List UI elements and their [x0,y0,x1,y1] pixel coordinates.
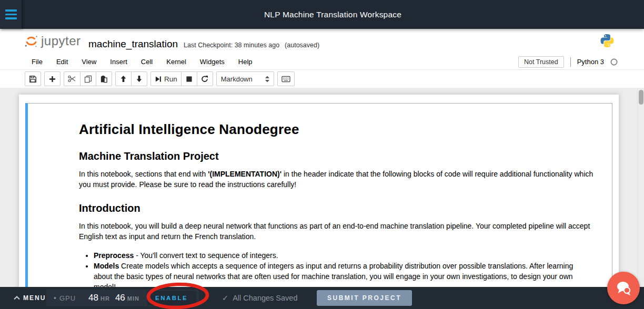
move-cell-up-button[interactable] [115,71,132,86]
workspace-bottom-bar: MENU • GPU 48 HR 46 MIN ENABLE ✓ All Cha… [0,287,644,309]
scrollbar-thumb[interactable] [639,90,643,105]
python-logo-icon [600,33,615,49]
jupyter-logo-text: jupyter [41,34,81,48]
gpu-hours-unit: HR [100,295,110,302]
save-status-label: All Changes Saved [233,294,297,302]
cut-cell-button[interactable] [64,71,80,86]
paste-cell-button[interactable] [96,71,112,86]
add-cell-button[interactable] [44,71,61,86]
copy-cell-button[interactable] [80,71,96,86]
gpu-minutes-unit: MIN [127,295,139,302]
selected-markdown-cell[interactable]: Artificial Intelligence Nanodegree Machi… [25,103,612,309]
workspace-title: NLP Machine Translation Workspace [22,0,644,29]
gpu-enable-button[interactable]: ENABLE [147,291,196,305]
hamburger-menu-button[interactable] [0,0,22,29]
cell-type-arrows-icon [265,76,269,83]
jupyter-logo[interactable]: jupyter [24,34,81,48]
interrupt-kernel-button[interactable] [181,71,197,86]
chat-icon [616,281,631,295]
divider [570,57,571,67]
copy-icon [84,75,92,83]
menu-cell[interactable]: Cell [134,54,159,69]
restart-kernel-icon [201,75,208,83]
move-down-icon [136,75,143,83]
menu-kernel[interactable]: Kernel [159,54,193,69]
introduction-paragraph: In this notebook, you will build a deep … [79,221,602,242]
implementation-note-paragraph: In this notebook, sections that end with… [79,169,602,190]
gpu-hours-value: 48 [88,293,98,303]
kernel-idle-icon [610,58,618,66]
notebook-name[interactable]: machine_translation [88,38,178,50]
restart-kernel-button[interactable] [197,71,213,86]
stop-icon [186,76,193,83]
menu-file[interactable]: File [25,54,49,69]
run-icon [155,76,162,83]
jupyter-toolbar: Run Markdown [0,70,644,88]
chat-support-button[interactable] [607,272,640,304]
notebook-scroll-area: Artificial Intelligence Nanodegree Machi… [0,88,644,309]
workspace-menu-toggle[interactable]: MENU [14,287,46,309]
check-icon: ✓ [222,294,228,302]
menu-edit[interactable]: Edit [49,54,75,69]
menu-widgets[interactable]: Widgets [193,54,232,69]
menu-insert[interactable]: Insert [103,54,134,69]
gpu-label: GPU [59,294,76,302]
gpu-time-pill: • GPU 48 HR 46 MIN ENABLE [46,290,199,306]
submit-project-button[interactable]: SUBMIT PROJECT [317,290,412,306]
workspace-top-bar: NLP Machine Translation Workspace [0,0,644,29]
notebook-container: Artificial Intelligence Nanodegree Machi… [19,95,619,309]
run-cell-button[interactable]: Run [150,71,182,86]
cut-icon [68,75,76,83]
paste-icon [100,75,108,83]
move-up-icon [120,75,127,83]
menu-toggle-label: MENU [23,294,46,302]
run-label: Run [164,75,177,83]
save-icon [29,75,37,83]
scrollbar-track[interactable] [637,88,644,309]
introduction-heading: Introduction [79,202,602,214]
checkpoint-status: Last Checkpoint: 38 minutes ago [184,42,279,49]
not-trusted-button[interactable]: Not Trusted [518,56,564,68]
list-item-preprocess: Preprocess - You'll convert text to sequ… [94,250,592,261]
keyboard-icon [281,76,290,83]
save-status: ✓ All Changes Saved [222,287,297,309]
autosave-status: (autosaved) [285,42,319,49]
save-button[interactable] [25,71,41,86]
jupyter-menubar: File Edit View Insert Cell Kernel Widget… [0,54,644,70]
project-heading: Machine Translation Project [79,150,602,162]
command-palette-button[interactable] [277,71,295,86]
menu-view[interactable]: View [75,54,103,69]
gpu-minutes-value: 46 [115,293,125,303]
cell-type-value: Markdown [221,75,253,83]
move-cell-down-button[interactable] [131,71,147,86]
gpu-status-dot: • [54,294,56,302]
kernel-name-label: Python 3 [577,58,604,66]
jupyter-header: jupyter machine_translation Last Checkpo… [0,29,644,54]
cell-type-select[interactable]: Markdown [216,71,274,86]
nanodegree-heading: Artificial Intelligence Nanodegree [79,121,602,138]
add-cell-icon [49,76,56,83]
menu-help[interactable]: Help [232,54,259,69]
jupyter-planet-icon [24,34,38,48]
chevron-up-icon [14,296,20,300]
